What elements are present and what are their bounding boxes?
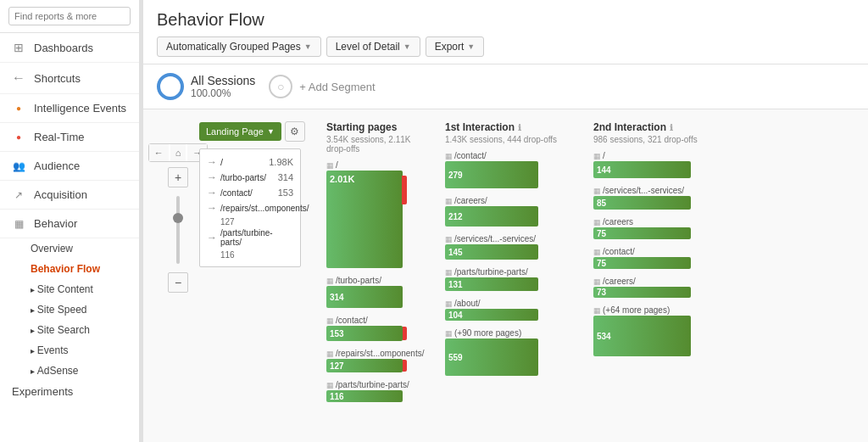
zoom-out-button[interactable]: − <box>168 272 188 293</box>
sidebar-item-dashboards[interactable]: ⊞ Dashboards <box>0 33 139 63</box>
entry-count: 127 <box>207 217 293 227</box>
interaction2-bar-2[interactable]: ▦ /services/t...-services/ 85 <box>593 186 712 210</box>
info-icon[interactable]: ℹ <box>518 123 521 132</box>
interaction2-bar-more[interactable]: ▦ (+64 more pages) 534 <box>593 305 712 356</box>
starting-bar-2[interactable]: ▦ /turbo-parts/ 314 <box>326 276 415 308</box>
segment-bar: All Sessions 100.00% ○ + Add Segment <box>143 64 868 109</box>
landing-page-select[interactable]: Landing Page ▼ <box>199 122 281 141</box>
bar-count: 127 <box>330 361 344 371</box>
export-button[interactable]: Export ▼ <box>426 36 485 57</box>
bar-count: 212 <box>448 212 463 221</box>
bar-green: 212 <box>445 206 538 227</box>
flow-container: ← ⌂ → + − Landing Page ▼ ⚙ <box>143 109 868 442</box>
flow-settings-button[interactable]: ⚙ <box>285 121 305 142</box>
bar-green: 104 <box>445 309 538 321</box>
sidebar-sub-events[interactable]: Events <box>0 340 139 361</box>
interaction1-bar-4[interactable]: ▦ /parts/turbine-parts/ 131 <box>445 267 564 291</box>
grouped-pages-label: Automatically Grouped Pages <box>166 41 301 53</box>
level-detail-button[interactable]: Level of Detail ▼ <box>326 36 420 57</box>
shortcuts-icon: ← <box>10 70 27 86</box>
sidebar-sub-behavior-flow[interactable]: Behavior Flow <box>0 259 139 279</box>
sidebar-sub-adsense[interactable]: AdSense <box>0 361 139 381</box>
bar-green: 85 <box>593 196 691 210</box>
interaction1-bar-1[interactable]: ▦ /contact/ 279 <box>445 151 564 188</box>
bar-path: /contact/ <box>603 247 635 256</box>
chevron-down-icon: ▼ <box>467 42 475 51</box>
interaction2-bar-3[interactable]: ▦ /careers 75 <box>593 217 712 239</box>
segment-all-sessions[interactable]: All Sessions 100.00% <box>157 73 255 100</box>
sidebar-sub-overview[interactable]: Overview <box>0 238 139 259</box>
list-item: → /turbo-parts/ 314 <box>207 171 293 183</box>
search-input[interactable] <box>8 7 131 25</box>
acquisition-icon: ↗ <box>10 189 27 201</box>
page-icon-small: ▦ <box>593 248 601 256</box>
sidebar-item-label: Intelligence Events <box>34 102 129 115</box>
entry-arrow-icon: → <box>207 232 217 243</box>
starting-bar-4[interactable]: ▦ /repairs/st...omponents/ 127 <box>326 349 415 372</box>
bar-path: (+90 more pages) <box>454 328 521 338</box>
page-icon-small: ▦ <box>593 277 601 286</box>
interaction1-bar-3[interactable]: ▦ /services/t...-services/ 145 <box>445 234 564 260</box>
sidebar-item-behavior[interactable]: ▦ Behavior <box>0 210 139 238</box>
bar-green: 144 <box>593 161 691 178</box>
sidebar-sub-site-content[interactable]: Site Content <box>0 279 139 299</box>
export-label: Export <box>435 41 465 53</box>
sidebar-item-realtime[interactable]: ● Real-Time <box>0 123 139 152</box>
sidebar-item-acquisition[interactable]: ↗ Acquisition <box>0 181 139 210</box>
interaction1-bar-5[interactable]: ▦ /about/ 104 <box>445 299 564 321</box>
bar-count: 73 <box>597 288 606 297</box>
bar-green: 116 <box>326 390 403 402</box>
starting-bar-5[interactable]: ▦ /parts/turbine-parts/ 116 <box>326 380 415 402</box>
interaction2-bar-1[interactable]: ▦ / 144 <box>593 151 712 178</box>
zoom-handle <box>173 213 183 223</box>
entry-count: 116 <box>207 250 293 260</box>
zoom-slider[interactable] <box>176 196 180 264</box>
bar-path: /careers <box>603 217 633 227</box>
sidebar-sub-experiments[interactable]: Experiments <box>0 381 139 402</box>
page-icon-small: ▦ <box>326 277 334 285</box>
page-icon-small: ▦ <box>593 218 601 227</box>
sidebar-sub-site-search[interactable]: Site Search <box>0 320 139 340</box>
page-icon-small: ▦ <box>445 329 453 338</box>
interaction2-title: 2nd Interaction <box>593 121 666 133</box>
sidebar-item-intelligence[interactable]: ● Intelligence Events <box>0 94 139 123</box>
landing-page-label: Landing Page <box>206 126 264 137</box>
entry-path: /turbo-parts/ <box>220 173 266 182</box>
interaction2-bar-5[interactable]: ▦ /careers/ 73 <box>593 277 712 298</box>
starting-bar-1[interactable]: ▦ / 2.01K <box>326 160 415 268</box>
sidebar: ⊞ Dashboards ← Shortcuts ● Intelligence … <box>0 0 140 442</box>
sidebar-sub-site-speed[interactable]: Site Speed <box>0 299 139 320</box>
interaction2-header: 2nd Interaction ℹ 986 sessions, 321 drop… <box>593 121 712 144</box>
sidebar-item-audience[interactable]: 👥 Audience <box>0 152 139 181</box>
bar-green: 131 <box>445 277 538 291</box>
entry-arrow-icon: → <box>207 202 217 214</box>
drop-off-indicator <box>403 327 407 340</box>
sidebar-item-label: Acquisition <box>34 188 129 201</box>
pan-left-button[interactable]: ← <box>149 144 169 161</box>
interaction1-bar-2[interactable]: ▦ /careers/ 212 <box>445 196 564 227</box>
page-icon-small: ▦ <box>445 268 453 277</box>
bar-count: 279 <box>448 171 463 180</box>
starting-bar-3[interactable]: ▦ /contact/ 153 <box>326 316 415 341</box>
landing-entries-box: → / 1.98K → /turbo-parts/ 314 → /contact… <box>199 148 301 267</box>
page-icon-small: ▦ <box>326 316 334 325</box>
flow-controls: ← ⌂ → + − <box>157 118 199 293</box>
bar-path: /contact/ <box>336 316 368 325</box>
zoom-in-button[interactable]: + <box>168 167 188 187</box>
interaction1-bar-more[interactable]: ▦ (+90 more pages) 559 <box>445 328 564 376</box>
bar-path: / <box>336 160 338 170</box>
pan-home-button[interactable]: ⌂ <box>170 144 186 161</box>
bar-green: 73 <box>593 287 691 298</box>
bar-path: /contact/ <box>454 151 487 160</box>
info-icon[interactable]: ℹ <box>670 123 673 132</box>
interaction2-bar-4[interactable]: ▦ /contact/ 75 <box>593 247 712 269</box>
bar-green: 127 <box>326 359 403 372</box>
bar-count: 559 <box>448 353 463 362</box>
interaction1-title: 1st Interaction <box>445 121 515 133</box>
add-segment-button[interactable]: ○ + Add Segment <box>269 75 375 98</box>
grouped-pages-button[interactable]: Automatically Grouped Pages ▼ <box>157 36 321 57</box>
bar-green: 75 <box>593 227 691 239</box>
starting-pages-header: Starting pages 3.54K sessions, 2.11K dro… <box>326 121 415 154</box>
sidebar-item-shortcuts[interactable]: ← Shortcuts <box>0 63 139 94</box>
page-icon-small: ▦ <box>326 381 334 389</box>
